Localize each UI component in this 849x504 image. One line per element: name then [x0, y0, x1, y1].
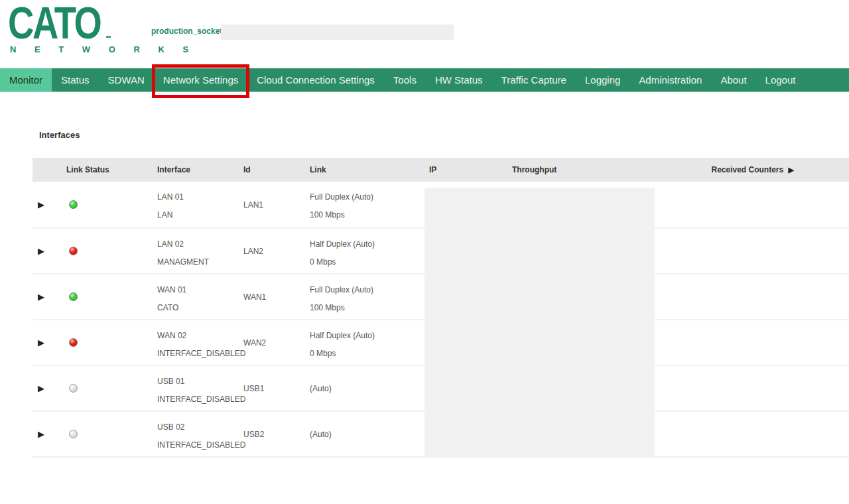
- interface-id: USB1: [235, 366, 302, 410]
- app-header: CATO N E T W O R K S production_socket_: [0, 0, 849, 68]
- next-counters-icon: ▶: [789, 166, 794, 174]
- nav-item-cloud-connection-settings[interactable]: Cloud Connection Settings: [247, 68, 384, 92]
- interface-name: LAN 01: [157, 192, 235, 202]
- link-status-led: [69, 384, 78, 393]
- nav-item-tools[interactable]: Tools: [384, 68, 426, 92]
- link-status-led: [69, 200, 78, 209]
- link-speed: 0 Mbps: [310, 257, 421, 267]
- nav-item-label: SDWAN: [108, 74, 145, 86]
- link-status-led: [69, 247, 78, 255]
- interface-label: INTERFACE_DISABLED: [157, 395, 235, 404]
- interface-label: LAN: [157, 210, 235, 220]
- link-duplex: Half Duplex (Auto): [310, 239, 421, 249]
- expand-row-icon[interactable]: ▶: [38, 200, 44, 209]
- interface-name: WAN 01: [157, 285, 235, 294]
- interface-name: USB 02: [157, 422, 235, 432]
- table-header-row: Link Status Interface Id Link IP Through…: [33, 158, 849, 182]
- nav-item-label: Logout: [765, 74, 796, 86]
- nav-item-label: Logging: [585, 74, 620, 86]
- interface-name: WAN 02: [157, 331, 235, 340]
- expand-row-icon[interactable]: ▶: [38, 384, 44, 393]
- nav-item-label: HW Status: [435, 74, 483, 86]
- link-duplex: Full Duplex (Auto): [310, 285, 421, 294]
- nav-item-sdwan[interactable]: SDWAN: [99, 68, 154, 92]
- interface-name: LAN 02: [157, 239, 235, 249]
- interface-label: INTERFACE_DISABLED: [157, 349, 235, 358]
- page-title: Interfaces: [39, 130, 80, 140]
- interface-id: LAN1: [235, 182, 302, 227]
- expand-row-icon[interactable]: ▶: [38, 338, 44, 347]
- link-status-led: [69, 430, 78, 438]
- link-speed: 0 Mbps: [310, 349, 421, 358]
- nav-item-label: Network Settings: [163, 74, 238, 86]
- header-throughput: Throughput: [504, 165, 653, 174]
- nav-item-logging[interactable]: Logging: [576, 68, 629, 92]
- nav-item-label: Administration: [639, 74, 702, 86]
- nav-item-label: Cloud Connection Settings: [257, 74, 375, 86]
- interface-name: USB 01: [157, 377, 235, 386]
- link-status-led: [69, 292, 78, 301]
- header-link-status: Link Status: [60, 165, 149, 174]
- nav-bar: Monitor Status SDWAN Network Settings Cl…: [0, 68, 849, 92]
- header-ip: IP: [421, 165, 504, 174]
- nav-item-about[interactable]: About: [711, 68, 755, 92]
- nav-item-logout[interactable]: Logout: [756, 68, 805, 92]
- interface-label: INTERFACE_DISABLED: [157, 440, 235, 450]
- link-duplex: (Auto): [310, 430, 421, 439]
- link-status-led: [69, 338, 78, 347]
- interface-id: USB2: [235, 412, 302, 456]
- link-speed: 100 Mbps: [310, 210, 421, 220]
- nav-item-hw-status[interactable]: HW Status: [426, 68, 492, 92]
- trademark-mark: [106, 36, 111, 38]
- nav-item-label: Tools: [393, 74, 417, 86]
- expand-row-icon[interactable]: ▶: [38, 247, 44, 255]
- header-received-counters-label: Received Counters: [711, 165, 783, 174]
- nav-item-label: Traffic Capture: [501, 74, 566, 86]
- header-interface: Interface: [149, 165, 235, 174]
- received-counters-cell: [653, 366, 849, 410]
- header-id: Id: [235, 165, 302, 174]
- interface-label: CATO: [157, 303, 235, 312]
- nav-item-label: About: [720, 74, 746, 86]
- nav-item-traffic-capture[interactable]: Traffic Capture: [492, 68, 576, 92]
- interface-id: WAN1: [235, 275, 302, 319]
- header-received-counters[interactable]: Received Counters ▶: [653, 165, 849, 174]
- cato-logo-wordmark: CATO: [8, 1, 159, 44]
- interface-id: WAN2: [235, 320, 302, 365]
- received-counters-cell: [653, 275, 849, 319]
- socket-name-label: production_socket_: [151, 27, 227, 36]
- link-speed: 100 Mbps: [310, 303, 421, 312]
- link-duplex: (Auto): [310, 384, 421, 393]
- nav-item-label: Status: [61, 74, 90, 86]
- expand-row-icon[interactable]: ▶: [38, 292, 44, 301]
- received-counters-cell: [653, 229, 849, 273]
- expand-row-icon[interactable]: ▶: [38, 430, 44, 438]
- nav-item-administration[interactable]: Administration: [629, 68, 711, 92]
- page: CATO N E T W O R K S production_socket_ …: [0, 0, 849, 504]
- link-duplex: Full Duplex (Auto): [310, 192, 421, 202]
- nav-item-status[interactable]: Status: [52, 68, 99, 92]
- received-counters-cell: [653, 320, 849, 365]
- redaction-box-header: [221, 25, 454, 40]
- nav-item-monitor[interactable]: Monitor: [0, 68, 52, 92]
- interface-label: MANAGMENT: [157, 257, 235, 267]
- link-duplex: Half Duplex (Auto): [310, 331, 421, 340]
- redaction-box-table: [424, 188, 655, 457]
- received-counters-cell: [653, 412, 849, 456]
- interface-id: LAN2: [235, 229, 302, 273]
- nav-item-network-settings[interactable]: Network Settings: [154, 68, 247, 92]
- nav-item-label: Monitor: [9, 74, 42, 86]
- header-link: Link: [302, 165, 421, 174]
- received-counters-cell: [653, 182, 849, 227]
